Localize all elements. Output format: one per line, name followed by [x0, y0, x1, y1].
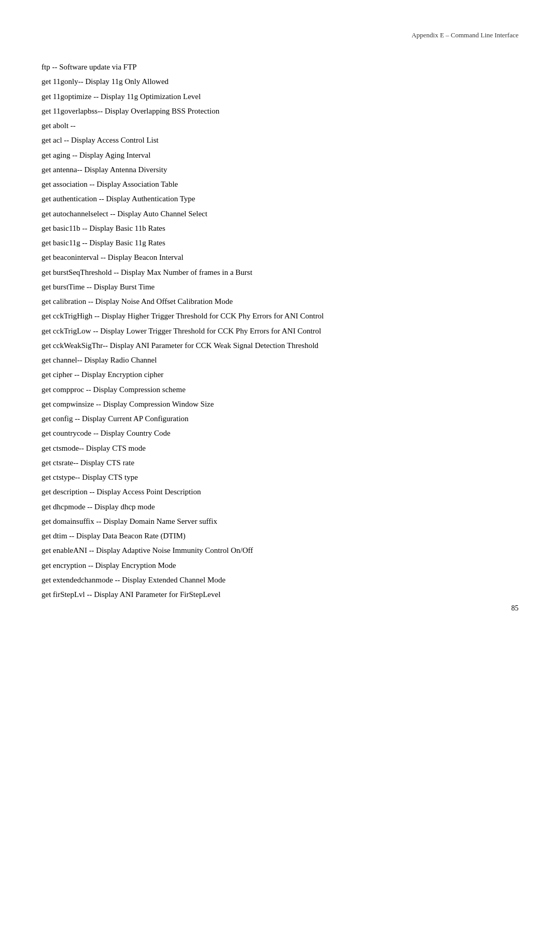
content-line: ftp -- Software update via FTP [41, 60, 519, 74]
content-line: get beaconinterval -- Display Beacon Int… [41, 251, 519, 264]
page-container: Appendix E – Command Line Interface ftp … [0, 0, 560, 633]
content-line: get 11goverlapbss-- Display Overlapping … [41, 104, 519, 118]
content-line: get dtim -- Display Data Beacon Rate (DT… [41, 529, 519, 543]
content-line: get burstTime -- Display Burst Time [41, 280, 519, 294]
content-line: get channel-- Display Radio Channel [41, 353, 519, 367]
header-text: Appendix E – Command Line Interface [412, 31, 519, 39]
content-line: get 11gonly-- Display 11g Only Allowed [41, 75, 519, 88]
content-line: get extendedchanmode -- Display Extended… [41, 573, 519, 587]
content-line: get burstSeqThreshold -- Display Max Num… [41, 266, 519, 279]
content-line: get autochannelselect -- Display Auto Ch… [41, 207, 519, 220]
content-line: get config -- Display Current AP Configu… [41, 412, 519, 425]
content-line: get cckTrigHigh -- Display Higher Trigge… [41, 309, 519, 323]
content-line: get description -- Display Access Point … [41, 485, 519, 498]
content-line: get countrycode -- Display Country Code [41, 426, 519, 440]
content-line: get firStepLvl -- Display ANI Parameter … [41, 588, 519, 601]
content-line: get ctsrate-- Display CTS rate [41, 456, 519, 469]
content-line: get encryption -- Display Encryption Mod… [41, 559, 519, 572]
content-line: get cipher -- Display Encryption cipher [41, 368, 519, 381]
content-line: get enableANI -- Display Adaptive Noise … [41, 544, 519, 557]
content-line: get basic11g -- Display Basic 11g Rates [41, 236, 519, 249]
content-line: get authentication -- Display Authentica… [41, 192, 519, 205]
content-line: get ctsmode-- Display CTS mode [41, 441, 519, 455]
content-line: get antenna-- Display Antenna Diversity [41, 163, 519, 176]
content-area: ftp -- Software update via FTPget 11gonl… [41, 60, 519, 601]
content-line: get cckTrigLow -- Display Lower Trigger … [41, 324, 519, 338]
content-line: get ctstype-- Display CTS type [41, 470, 519, 484]
content-line: get dhcpmode -- Display dhcp mode [41, 500, 519, 513]
content-line: get aging -- Display Aging Interval [41, 148, 519, 162]
content-line: get compproc -- Display Compression sche… [41, 383, 519, 396]
content-line: get abolt -- [41, 119, 519, 132]
content-line: get association -- Display Association T… [41, 177, 519, 191]
page-header: Appendix E – Command Line Interface [41, 31, 519, 39]
content-line: get acl -- Display Access Control List [41, 133, 519, 147]
content-line: get 11goptimize -- Display 11g Optimizat… [41, 90, 519, 103]
content-line: get domainsuffix -- Display Domain Name … [41, 515, 519, 528]
content-line: get basic11b -- Display Basic 11b Rates [41, 221, 519, 235]
content-line: get compwinsize -- Display Compression W… [41, 397, 519, 411]
page-number: 85 [511, 604, 519, 613]
content-line: get calibration -- Display Noise And Off… [41, 295, 519, 308]
content-line: get cckWeakSigThr-- Display ANI Paramete… [41, 339, 519, 352]
